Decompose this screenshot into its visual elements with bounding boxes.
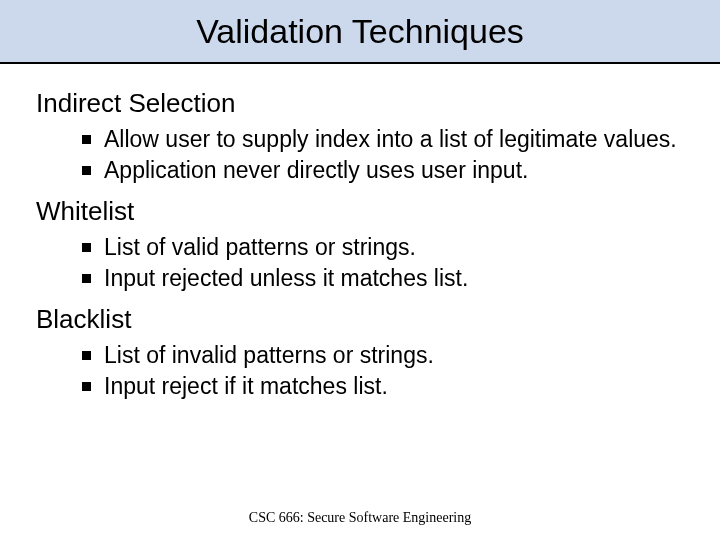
- bullet-list: List of valid patterns or strings. Input…: [36, 233, 684, 294]
- bullet-list: List of invalid patterns or strings. Inp…: [36, 341, 684, 402]
- list-item: Input rejected unless it matches list.: [82, 264, 684, 293]
- list-item: Input reject if it matches list.: [82, 372, 684, 401]
- list-item: List of valid patterns or strings.: [82, 233, 684, 262]
- bullet-list: Allow user to supply index into a list o…: [36, 125, 684, 186]
- list-item: Allow user to supply index into a list o…: [82, 125, 684, 154]
- list-item: Application never directly uses user inp…: [82, 156, 684, 185]
- title-bar: Validation Techniques: [0, 0, 720, 64]
- section-heading: Indirect Selection: [36, 88, 684, 119]
- list-item: List of invalid patterns or strings.: [82, 341, 684, 370]
- section-indirect-selection: Indirect Selection Allow user to supply …: [36, 88, 684, 186]
- section-heading: Blacklist: [36, 304, 684, 335]
- slide-title: Validation Techniques: [196, 12, 524, 51]
- slide-footer: CSC 666: Secure Software Engineering: [0, 510, 720, 526]
- section-heading: Whitelist: [36, 196, 684, 227]
- section-blacklist: Blacklist List of invalid patterns or st…: [36, 304, 684, 402]
- slide-content: Indirect Selection Allow user to supply …: [0, 64, 720, 402]
- section-whitelist: Whitelist List of valid patterns or stri…: [36, 196, 684, 294]
